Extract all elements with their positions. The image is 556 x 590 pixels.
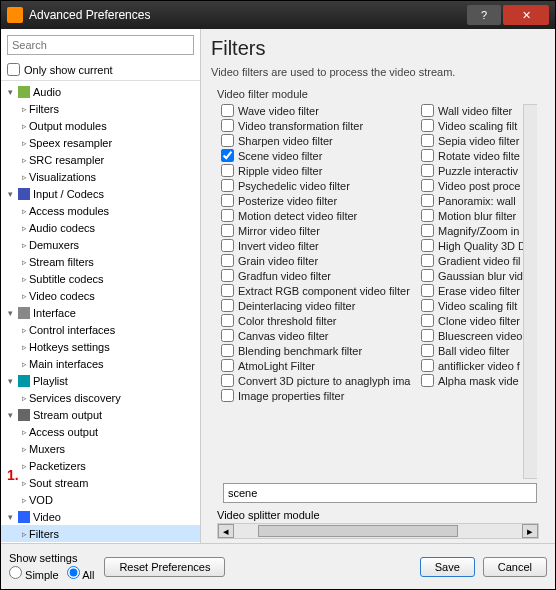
filter-checkbox[interactable] [221,389,234,402]
tree-item-output-modules[interactable]: ▹Output modules [1,542,200,543]
tree-item-audio-codecs[interactable]: ▹Audio codecs [1,219,200,236]
tree-twisty-icon[interactable]: ▹ [19,274,29,284]
filter-image-properties-filter[interactable]: Image properties filter [221,389,411,402]
filter-wave-video-filter[interactable]: Wave video filter [221,104,411,117]
filter-checkbox[interactable] [421,314,434,327]
tree-item-sout-stream[interactable]: ▹Sout stream [1,474,200,491]
tree-twisty-icon[interactable]: ▹ [19,240,29,250]
filter-checkbox[interactable] [421,149,434,162]
tree-item-muxers[interactable]: ▹Muxers [1,440,200,457]
tree-item-services-discovery[interactable]: ▹Services discovery [1,389,200,406]
tree-twisty-icon[interactable]: ▹ [19,155,29,165]
filter-convert-d-picture-to-anaglyph-image-video-filter[interactable]: Convert 3D picture to anaglyph image vid… [221,374,411,387]
tree-cat-input[interactable]: ▾Input / Codecs [1,185,200,202]
filter-grain-video-filter[interactable]: Grain video filter [221,254,411,267]
filter-posterize-video-filter[interactable]: Posterize video filter [221,194,411,207]
tree-item-stream-filters[interactable]: ▹Stream filters [1,253,200,270]
filter-checkbox[interactable] [421,374,434,387]
tree-twisty-icon[interactable]: ▹ [19,104,29,114]
tree-twisty-icon[interactable]: ▹ [19,291,29,301]
tree-item-control-interfaces[interactable]: ▹Control interfaces [1,321,200,338]
tree-twisty-icon[interactable]: ▹ [19,427,29,437]
tree-twisty-icon[interactable]: ▹ [19,206,29,216]
filter-checkbox[interactable] [221,269,234,282]
scroll-thumb[interactable] [258,525,458,537]
tree-item-demuxers[interactable]: ▹Demuxers [1,236,200,253]
filter-checkbox[interactable] [421,254,434,267]
tree-item-filters[interactable]: ▹Filters [1,525,200,542]
tree-twisty-icon[interactable]: ▹ [19,444,29,454]
tree-twisty-icon[interactable]: ▹ [19,325,29,335]
tree-twisty-icon[interactable]: ▹ [19,529,29,539]
horizontal-scrollbar[interactable]: ◂ ▸ [217,523,539,539]
filter-string-input[interactable] [223,483,537,503]
filter-checkbox[interactable] [221,314,234,327]
filter-checkbox[interactable] [221,224,234,237]
filter-checkbox[interactable] [221,209,234,222]
help-button[interactable]: ? [467,5,501,25]
tree-twisty-icon[interactable]: ▹ [19,342,29,352]
filter-extract-rgb-component-video-filter[interactable]: Extract RGB component video filter [221,284,411,297]
filter-checkbox[interactable] [221,149,234,162]
tree-twisty-icon[interactable]: ▹ [19,478,29,488]
filter-checkbox[interactable] [421,344,434,357]
filter-color-threshold-filter[interactable]: Color threshold filter [221,314,411,327]
radio-simple[interactable]: Simple [9,566,59,581]
tree-twisty-icon[interactable]: ▾ [5,189,15,199]
filter-checkbox[interactable] [221,104,234,117]
tree-twisty-icon[interactable]: ▾ [5,376,15,386]
tree-twisty-icon[interactable]: ▹ [19,138,29,148]
tree-cat-playlist[interactable]: ▾Playlist [1,372,200,389]
tree-item-vod[interactable]: ▹VOD [1,491,200,508]
tree-cat-interface[interactable]: ▾Interface [1,304,200,321]
close-button[interactable]: ✕ [503,5,549,25]
radio-all[interactable]: All [67,566,95,581]
filter-checkbox[interactable] [421,179,434,192]
filter-checkbox[interactable] [221,239,234,252]
filter-checkbox[interactable] [221,119,234,132]
search-input[interactable] [7,35,194,55]
tree-item-hotkeys-settings[interactable]: ▹Hotkeys settings [1,338,200,355]
vertical-scrollbar[interactable] [523,104,539,479]
tree-item-subtitle-codecs[interactable]: ▹Subtitle codecs [1,270,200,287]
reset-preferences-button[interactable]: Reset Preferences [104,557,225,577]
tree-item-visualizations[interactable]: ▹Visualizations [1,168,200,185]
filter-checkbox[interactable] [221,134,234,147]
filter-blending-benchmark-filter[interactable]: Blending benchmark filter [221,344,411,357]
tree-item-access-output[interactable]: ▹Access output [1,423,200,440]
tree-twisty-icon[interactable]: ▾ [5,410,15,420]
save-button[interactable]: Save [420,557,475,577]
filter-checkbox[interactable] [221,359,234,372]
tree-item-main-interfaces[interactable]: ▹Main interfaces [1,355,200,372]
filter-checkbox[interactable] [221,374,234,387]
tree-twisty-icon[interactable]: ▹ [19,223,29,233]
tree-cat-stream[interactable]: ▾Stream output [1,406,200,423]
filter-scene-video-filter[interactable]: Scene video filter [221,149,411,162]
tree-cat-video[interactable]: ▾Video [1,508,200,525]
filter-sharpen-video-filter[interactable]: Sharpen video filter [221,134,411,147]
tree-twisty-icon[interactable]: ▾ [5,87,15,97]
filter-checkbox[interactable] [221,254,234,267]
tree-item-output-modules[interactable]: ▹Output modules [1,117,200,134]
filter-checkbox[interactable] [221,164,234,177]
filter-checkbox[interactable] [421,194,434,207]
filter-checkbox[interactable] [421,239,434,252]
filter-mirror-video-filter[interactable]: Mirror video filter [221,224,411,237]
filter-psychedelic-video-filter[interactable]: Psychedelic video filter [221,179,411,192]
tree-twisty-icon[interactable]: ▹ [19,257,29,267]
tree-twisty-icon[interactable]: ▹ [19,172,29,182]
category-tree[interactable]: ▾Audio▹Filters▹Output modules▹Speex resa… [1,80,200,543]
tree-twisty-icon[interactable]: ▹ [19,359,29,369]
filter-checkbox[interactable] [221,179,234,192]
filter-checkbox[interactable] [421,269,434,282]
scroll-right-arrow-icon[interactable]: ▸ [522,524,538,538]
filter-checkbox[interactable] [421,164,434,177]
filter-gradfun-video-filter[interactable]: Gradfun video filter [221,269,411,282]
filter-checkbox[interactable] [221,329,234,342]
tree-twisty-icon[interactable]: ▹ [19,393,29,403]
filter-checkbox[interactable] [421,224,434,237]
filter-invert-video-filter[interactable]: Invert video filter [221,239,411,252]
tree-item-video-codecs[interactable]: ▹Video codecs [1,287,200,304]
filter-atmolight-filter[interactable]: AtmoLight Filter [221,359,411,372]
filter-checkbox[interactable] [221,344,234,357]
